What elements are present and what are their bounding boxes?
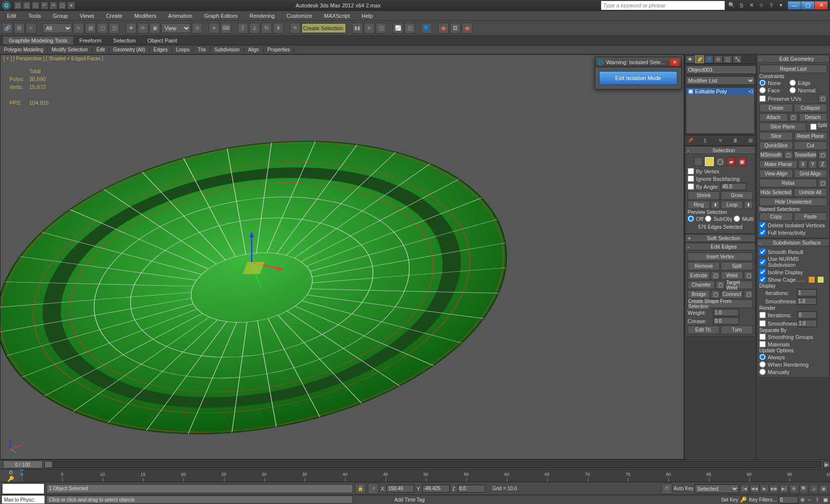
ribbon-sub-polymodeling[interactable]: Polygon Modeling <box>0 46 48 53</box>
qat-open-icon[interactable]: ▢ <box>23 1 31 9</box>
edge-level-icon[interactable]: ／ <box>705 157 714 166</box>
motion-panel-icon[interactable]: ⊙ <box>714 55 723 63</box>
update-manually-radio[interactable] <box>759 369 766 375</box>
ribbon-sub-align[interactable]: Align <box>244 46 263 53</box>
nav-zoom-ext-icon[interactable]: ▣ <box>819 484 828 493</box>
copy-button[interactable]: Copy <box>759 212 793 221</box>
align-icon[interactable]: ≡ <box>364 23 375 34</box>
detach-button[interactable]: Detach <box>799 113 828 122</box>
object-name-input[interactable] <box>686 65 759 74</box>
spinner-snap-icon[interactable]: ⬍ <box>273 23 284 34</box>
play-icon[interactable]: ▶ <box>760 484 769 493</box>
coord-x-input[interactable] <box>387 485 414 493</box>
vertex-level-icon[interactable]: · <box>694 157 703 166</box>
cage-color-1[interactable] <box>809 277 815 283</box>
ribbon-sub-loops[interactable]: Loops <box>172 46 194 53</box>
search-input[interactable]: Type a keyword or phrase <box>601 1 725 10</box>
pin-stack-icon[interactable]: 📌 <box>687 137 694 144</box>
collapse-button[interactable]: Collapse <box>794 104 828 112</box>
modify-panel-icon[interactable]: 🌈 <box>695 55 704 63</box>
ribbon-tab-freeform[interactable]: Freeform <box>73 37 107 44</box>
relax-button[interactable]: Relax <box>759 179 817 187</box>
modifier-stack-item[interactable]: ▣Editable Poly◁ <box>686 87 754 95</box>
menu-maxscript[interactable]: MAXScript <box>318 12 356 20</box>
turn-button[interactable]: Turn <box>721 326 753 334</box>
ribbon-sub-geometry[interactable]: Geometry (All) <box>109 46 149 53</box>
polygon-level-icon[interactable]: ▰ <box>727 157 736 166</box>
nav-max-toggle-icon[interactable]: ▣ <box>823 497 828 503</box>
by-angle-checkbox[interactable] <box>688 183 694 190</box>
connect-settings-button[interactable]: ▢ <box>744 290 753 298</box>
chamfer-button[interactable]: Chamfer <box>688 281 715 289</box>
preview-multi-radio[interactable] <box>734 215 740 222</box>
msmooth-button[interactable]: MSmooth <box>759 151 783 159</box>
weight-input[interactable] <box>713 309 739 316</box>
planar-x-button[interactable]: X <box>798 160 807 168</box>
update-always-radio[interactable] <box>759 354 766 360</box>
current-frame-input[interactable] <box>779 496 798 504</box>
render-smoothness-checkbox[interactable] <box>759 320 766 327</box>
render-iterations-input[interactable] <box>797 311 817 319</box>
nav-zoom-icon[interactable]: 🔍 <box>799 484 808 493</box>
menu-create[interactable]: Create <box>100 12 128 20</box>
scale-icon[interactable]: ▣ <box>149 23 160 34</box>
time-slider-scrollbar[interactable] <box>44 461 821 468</box>
transform-type-icon[interactable]: ↗ <box>368 483 379 494</box>
menu-tools[interactable]: Tools <box>22 12 47 20</box>
edit-named-sel-icon[interactable]: ✎ <box>290 23 301 34</box>
sep-smoothing-checkbox[interactable] <box>759 334 766 340</box>
constraint-face-radio[interactable] <box>759 87 766 93</box>
track-key-icon[interactable]: 🔑 <box>0 476 21 482</box>
shrink-button[interactable]: Shrink <box>688 191 720 200</box>
keyboard-shortcut-icon[interactable]: ⌨ <box>220 23 231 34</box>
weld-button[interactable]: Weld <box>721 271 743 280</box>
stack-toggle-icon[interactable]: ◁ <box>748 88 752 94</box>
selection-rollout-header[interactable]: -Selection <box>685 146 755 154</box>
delete-iso-checkbox[interactable] <box>759 222 766 228</box>
bridge-settings-button[interactable]: ▢ <box>711 290 720 298</box>
cut-button[interactable]: Cut <box>794 141 828 150</box>
menu-rendering[interactable]: Rendering <box>244 12 281 20</box>
prev-frame-icon[interactable]: ◀◀ <box>750 484 759 493</box>
menu-customize[interactable]: Customize <box>281 12 318 20</box>
chamfer-settings-button[interactable]: ▢ <box>716 281 725 289</box>
goto-end-icon[interactable]: ▶| <box>780 484 788 493</box>
snap-percent-icon[interactable]: % <box>261 23 272 34</box>
ribbon-sub-modifyselection[interactable]: Modify Selection <box>48 46 92 53</box>
unhide-all-button[interactable]: Unhide All <box>794 188 828 197</box>
snap-2d-icon[interactable]: 2 <box>237 23 248 34</box>
lock-selection-icon[interactable]: 🔒 <box>355 483 366 494</box>
element-level-icon[interactable]: ▣ <box>738 157 746 166</box>
create-panel-icon[interactable]: ✱ <box>686 55 695 63</box>
preview-off-radio[interactable] <box>688 215 694 222</box>
selection-filter-combo[interactable]: All <box>43 23 72 33</box>
menu-modifiers[interactable]: Modifiers <box>128 12 162 20</box>
qat-redo-icon[interactable]: ↷ <box>49 1 57 9</box>
tessellate-settings-button[interactable]: ▢ <box>818 151 827 159</box>
target-weld-button[interactable]: Target Weld <box>726 281 753 289</box>
select-object-icon[interactable]: ↖ <box>73 23 84 34</box>
ignore-backfacing-checkbox[interactable] <box>688 175 694 182</box>
slice-button[interactable]: Slice <box>759 132 793 140</box>
nav-fov-icon[interactable]: ⊿ <box>809 484 818 493</box>
menu-animation[interactable]: Animation <box>162 12 198 20</box>
reset-plane-button[interactable]: Reset Plane <box>794 132 828 140</box>
menu-views[interactable]: Views <box>74 12 100 20</box>
mirror-icon[interactable]: ▮▮ <box>352 23 363 34</box>
planar-y-button[interactable]: Y <box>808 160 817 168</box>
window-crossing-icon[interactable]: ◫ <box>109 23 120 34</box>
maxscript-mini-listener[interactable]: Max to Physc: <box>2 496 44 504</box>
attach-settings-button[interactable]: ▢ <box>789 113 798 122</box>
app-icon[interactable]: G <box>2 1 11 10</box>
help-icon[interactable]: ? <box>767 1 775 9</box>
msmooth-settings-button[interactable]: ▢ <box>784 151 793 159</box>
pivot-icon[interactable]: ⊙ <box>192 23 203 34</box>
create-shape-button[interactable]: Create Shape From Selection <box>688 299 753 308</box>
exchange-icon[interactable]: ✕ <box>747 1 755 9</box>
snap-angle-icon[interactable]: ∠ <box>249 23 260 34</box>
help-s-icon[interactable]: S <box>738 1 745 9</box>
viewport-label[interactable]: [ + ] [ Perspective ] [ Shaded + Edged F… <box>3 56 103 61</box>
nav-pan-icon[interactable]: ✥ <box>789 484 798 493</box>
qat-link-icon[interactable]: ▢ <box>58 1 66 9</box>
utilities-panel-icon[interactable]: 🔧 <box>733 55 742 63</box>
